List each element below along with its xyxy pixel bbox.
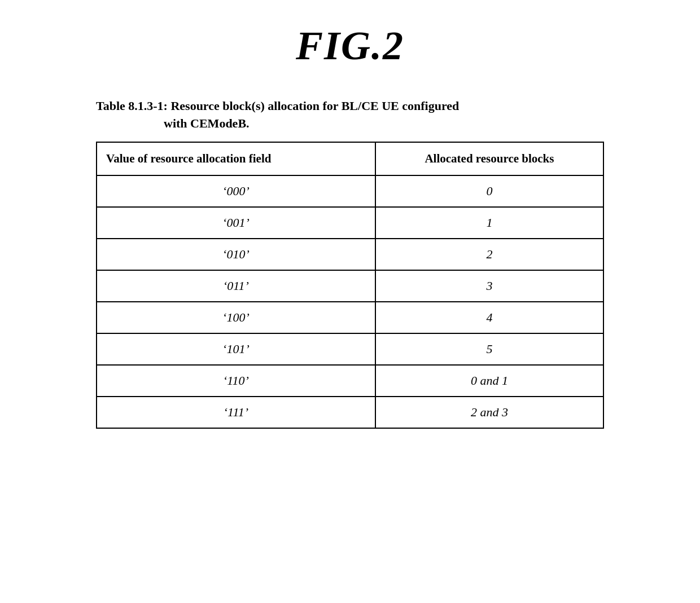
column-header-alloc: Allocated resource blocks [375,142,603,175]
table-cell-alloc: 0 [375,175,603,207]
table-row: ‘111’2 and 3 [97,397,603,428]
table-cell-alloc: 2 and 3 [375,397,603,428]
table-cell-alloc: 0 and 1 [375,365,603,397]
table-cell-value: ‘000’ [97,175,375,207]
resource-allocation-table: Value of resource allocation field Alloc… [96,142,604,429]
table-wrapper: Value of resource allocation field Alloc… [96,142,604,429]
table-row: ‘100’4 [97,302,603,333]
table-cell-value: ‘110’ [97,365,375,397]
table-cell-value: ‘011’ [97,270,375,302]
table-header-row: Value of resource allocation field Alloc… [97,142,603,175]
table-row: ‘010’2 [97,239,603,270]
table-cell-alloc: 4 [375,302,603,333]
caption-label: Table 8.1.3-1: [96,99,168,113]
table-cell-alloc: 2 [375,239,603,270]
table-caption-block: Table 8.1.3-1: Resource block(s) allocat… [96,98,604,133]
table-row: ‘001’1 [97,207,603,239]
table-cell-value: ‘100’ [97,302,375,333]
table-cell-alloc: 5 [375,333,603,365]
column-header-value: Value of resource allocation field [97,142,375,175]
table-cell-value: ‘111’ [97,397,375,428]
caption-text: Resource block(s) allocation for BL/CE U… [170,99,459,113]
table-cell-alloc: 1 [375,207,603,239]
caption-text2: with CEModeB. [96,115,604,133]
table-cell-value: ‘010’ [97,239,375,270]
table-caption: Table 8.1.3-1: Resource block(s) allocat… [96,98,604,133]
table-cell-value: ‘001’ [97,207,375,239]
page-title: FIG.2 [296,23,404,69]
table-cell-alloc: 3 [375,270,603,302]
table-row: ‘101’5 [97,333,603,365]
table-cell-value: ‘101’ [97,333,375,365]
table-row: ‘110’0 and 1 [97,365,603,397]
table-row: ‘000’0 [97,175,603,207]
table-row: ‘011’3 [97,270,603,302]
